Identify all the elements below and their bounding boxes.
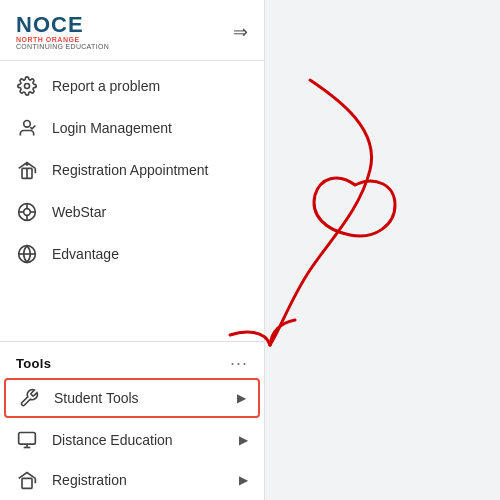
nav-item-registration-appt[interactable]: Registration Appointment — [0, 149, 264, 191]
logo-main: NOCE — [16, 14, 109, 36]
nav-item-edvantage[interactable]: Edvantage — [0, 233, 264, 275]
tool-label-student-tools: Student Tools — [54, 390, 223, 406]
registration-appt-icon — [16, 159, 38, 181]
logo-line1: NORTH ORANGE — [16, 36, 109, 43]
svg-point-5 — [24, 209, 31, 216]
registration-icon — [16, 469, 38, 491]
tools-title: Tools — [16, 356, 51, 371]
back-button[interactable]: ⇐ — [233, 21, 248, 43]
nav-label-webstar: WebStar — [52, 204, 106, 220]
nav-items: Report a problem Login Management — [0, 61, 264, 341]
tool-label-registration: Registration — [52, 472, 225, 488]
login-icon — [16, 117, 38, 139]
nav-item-webstar[interactable]: WebStar — [0, 191, 264, 233]
main-content — [265, 0, 500, 500]
logo: NOCE NORTH ORANGE CONTINUING EDUCATION — [16, 14, 109, 50]
svg-point-2 — [25, 163, 28, 166]
tool-item-student-tools[interactable]: Student Tools ▶ — [4, 378, 260, 418]
tools-section: Tools ··· Student Tools ▶ Distance E — [0, 341, 264, 500]
webstar-icon — [16, 201, 38, 223]
distance-education-icon — [16, 429, 38, 451]
svg-rect-15 — [22, 478, 32, 488]
student-tools-chevron: ▶ — [237, 391, 246, 405]
nav-label-report: Report a problem — [52, 78, 160, 94]
nav-label-registration-appt: Registration Appointment — [52, 162, 208, 178]
sidebar-header: NOCE NORTH ORANGE CONTINUING EDUCATION ⇐ — [0, 0, 264, 61]
tool-label-distance-education: Distance Education — [52, 432, 225, 448]
edvantage-icon — [16, 243, 38, 265]
distance-education-chevron: ▶ — [239, 433, 248, 447]
logo-line2: CONTINUING EDUCATION — [16, 43, 109, 50]
student-tools-icon — [18, 387, 40, 409]
report-icon — [16, 75, 38, 97]
svg-point-0 — [25, 84, 30, 89]
nav-label-login: Login Management — [52, 120, 172, 136]
svg-point-1 — [24, 121, 31, 128]
registration-chevron: ▶ — [239, 473, 248, 487]
tools-more-button[interactable]: ··· — [230, 354, 248, 372]
tool-item-registration[interactable]: Registration ▶ — [0, 460, 264, 500]
nav-item-login[interactable]: Login Management — [0, 107, 264, 149]
tools-header: Tools ··· — [0, 346, 264, 376]
svg-rect-12 — [19, 433, 36, 445]
sidebar: NOCE NORTH ORANGE CONTINUING EDUCATION ⇐… — [0, 0, 265, 500]
nav-label-edvantage: Edvantage — [52, 246, 119, 262]
nav-item-report[interactable]: Report a problem — [0, 65, 264, 107]
tool-item-distance-education[interactable]: Distance Education ▶ — [0, 420, 264, 460]
